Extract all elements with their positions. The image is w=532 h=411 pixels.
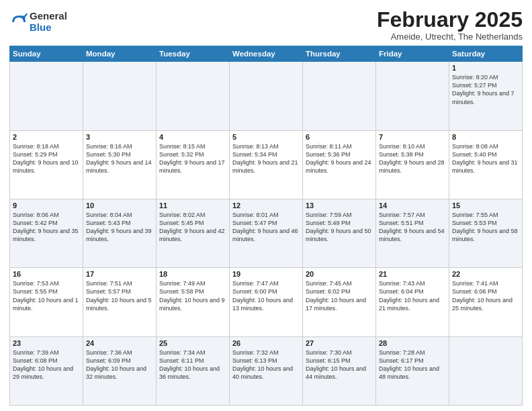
day-number: 7 [379, 133, 446, 141]
table-row [83, 62, 157, 130]
day-number: 12 [232, 201, 300, 210]
day-number: 8 [452, 133, 519, 141]
table-row: 28Sunrise: 7:28 AM Sunset: 6:17 PM Dayli… [376, 336, 449, 405]
table-row: 11Sunrise: 8:02 AM Sunset: 5:45 PM Dayli… [157, 199, 230, 267]
table-row: 23Sunrise: 7:39 AM Sunset: 6:08 PM Dayli… [10, 336, 83, 405]
table-row: 12Sunrise: 8:01 AM Sunset: 5:47 PM Dayli… [230, 199, 303, 267]
day-info: Sunrise: 8:08 AM Sunset: 5:40 PM Dayligh… [452, 142, 519, 175]
col-sunday: Sunday [10, 46, 83, 62]
table-row: 24Sunrise: 7:36 AM Sunset: 6:09 PM Dayli… [83, 336, 157, 405]
col-saturday: Saturday [449, 46, 523, 62]
calendar-week-row: 1Sunrise: 8:20 AM Sunset: 5:27 PM Daylig… [10, 62, 523, 130]
table-row: 5Sunrise: 8:13 AM Sunset: 5:34 PM Daylig… [230, 130, 303, 199]
day-number: 21 [379, 270, 446, 278]
table-row: 6Sunrise: 8:11 AM Sunset: 5:36 PM Daylig… [303, 130, 376, 199]
day-info: Sunrise: 7:36 AM Sunset: 6:09 PM Dayligh… [86, 349, 153, 381]
logo-text: General Blue [30, 11, 67, 33]
day-number: 5 [232, 133, 300, 141]
table-row [449, 336, 523, 405]
logo-icon [9, 13, 28, 32]
table-row: 18Sunrise: 7:49 AM Sunset: 5:58 PM Dayli… [157, 268, 230, 336]
day-info: Sunrise: 7:45 AM Sunset: 6:02 PM Dayligh… [306, 279, 373, 312]
day-info: Sunrise: 7:34 AM Sunset: 6:11 PM Dayligh… [159, 349, 226, 381]
table-row: 7Sunrise: 8:10 AM Sunset: 5:38 PM Daylig… [376, 130, 449, 199]
calendar-week-row: 9Sunrise: 8:06 AM Sunset: 5:42 PM Daylig… [10, 199, 523, 267]
day-info: Sunrise: 7:47 AM Sunset: 6:00 PM Dayligh… [232, 279, 300, 312]
table-row: 27Sunrise: 7:30 AM Sunset: 6:15 PM Dayli… [303, 336, 376, 405]
day-info: Sunrise: 7:51 AM Sunset: 5:57 PM Dayligh… [86, 279, 153, 312]
day-number: 17 [86, 270, 153, 278]
day-number: 3 [86, 133, 153, 141]
table-row: 17Sunrise: 7:51 AM Sunset: 5:57 PM Dayli… [83, 268, 157, 336]
day-info: Sunrise: 8:10 AM Sunset: 5:38 PM Dayligh… [379, 142, 446, 175]
table-row [157, 62, 230, 130]
day-info: Sunrise: 8:13 AM Sunset: 5:34 PM Dayligh… [232, 142, 300, 175]
day-number: 11 [159, 201, 226, 210]
calendar-week-row: 16Sunrise: 7:53 AM Sunset: 5:55 PM Dayli… [10, 268, 523, 336]
col-wednesday: Wednesday [230, 46, 303, 62]
day-number: 13 [306, 201, 373, 210]
day-info: Sunrise: 7:55 AM Sunset: 5:53 PM Dayligh… [452, 211, 519, 244]
day-info: Sunrise: 8:11 AM Sunset: 5:36 PM Dayligh… [306, 142, 373, 175]
calendar-week-row: 2Sunrise: 8:18 AM Sunset: 5:29 PM Daylig… [10, 130, 523, 199]
day-number: 27 [306, 339, 373, 347]
day-number: 24 [86, 339, 153, 347]
table-row: 26Sunrise: 7:32 AM Sunset: 6:13 PM Dayli… [230, 336, 303, 405]
day-info: Sunrise: 7:39 AM Sunset: 6:08 PM Dayligh… [13, 349, 80, 381]
calendar-header-row: Sunday Monday Tuesday Wednesday Thursday… [10, 46, 523, 62]
col-friday: Friday [376, 46, 449, 62]
location: Ameide, Utrecht, The Netherlands [377, 32, 523, 42]
logo-general-text: General [30, 11, 67, 22]
calendar-week-row: 23Sunrise: 7:39 AM Sunset: 6:08 PM Dayli… [10, 336, 523, 405]
logo: General Blue [9, 11, 67, 33]
day-info: Sunrise: 8:20 AM Sunset: 5:27 PM Dayligh… [452, 73, 519, 106]
table-row: 15Sunrise: 7:55 AM Sunset: 5:53 PM Dayli… [449, 199, 523, 267]
col-thursday: Thursday [303, 46, 376, 62]
table-row: 25Sunrise: 7:34 AM Sunset: 6:11 PM Dayli… [157, 336, 230, 405]
day-number: 2 [13, 133, 80, 141]
day-number: 15 [452, 201, 519, 210]
day-number: 9 [13, 201, 80, 210]
table-row: 10Sunrise: 8:04 AM Sunset: 5:43 PM Dayli… [83, 199, 157, 267]
table-row: 16Sunrise: 7:53 AM Sunset: 5:55 PM Dayli… [10, 268, 83, 336]
day-number: 19 [232, 270, 300, 278]
title-block: February 2025 Ameide, Utrecht, The Nethe… [377, 8, 523, 42]
month-title: February 2025 [377, 8, 523, 32]
day-number: 22 [452, 270, 519, 278]
table-row: 2Sunrise: 8:18 AM Sunset: 5:29 PM Daylig… [10, 130, 83, 199]
logo-blue-text: Blue [30, 22, 67, 34]
day-info: Sunrise: 7:32 AM Sunset: 6:13 PM Dayligh… [232, 349, 300, 381]
day-number: 25 [159, 339, 226, 347]
day-info: Sunrise: 8:06 AM Sunset: 5:42 PM Dayligh… [13, 211, 80, 244]
day-info: Sunrise: 8:02 AM Sunset: 5:45 PM Dayligh… [159, 211, 226, 244]
table-row: 22Sunrise: 7:41 AM Sunset: 6:06 PM Dayli… [449, 268, 523, 336]
table-row: 13Sunrise: 7:59 AM Sunset: 5:49 PM Dayli… [303, 199, 376, 267]
day-info: Sunrise: 8:16 AM Sunset: 5:30 PM Dayligh… [86, 142, 153, 175]
day-number: 1 [452, 64, 519, 72]
day-number: 16 [13, 270, 80, 278]
table-row: 14Sunrise: 7:57 AM Sunset: 5:51 PM Dayli… [376, 199, 449, 267]
table-row [303, 62, 376, 130]
day-info: Sunrise: 7:49 AM Sunset: 5:58 PM Dayligh… [159, 279, 226, 312]
table-row: 4Sunrise: 8:15 AM Sunset: 5:32 PM Daylig… [157, 130, 230, 199]
day-info: Sunrise: 7:43 AM Sunset: 6:04 PM Dayligh… [379, 279, 446, 312]
table-row: 21Sunrise: 7:43 AM Sunset: 6:04 PM Dayli… [376, 268, 449, 336]
day-info: Sunrise: 7:30 AM Sunset: 6:15 PM Dayligh… [306, 349, 373, 381]
table-row [230, 62, 303, 130]
col-tuesday: Tuesday [157, 46, 230, 62]
day-number: 23 [13, 339, 80, 347]
day-info: Sunrise: 7:53 AM Sunset: 5:55 PM Dayligh… [13, 279, 80, 312]
day-info: Sunrise: 8:04 AM Sunset: 5:43 PM Dayligh… [86, 211, 153, 244]
header: General Blue February 2025 Ameide, Utrec… [9, 8, 523, 42]
day-number: 18 [159, 270, 226, 278]
day-info: Sunrise: 8:15 AM Sunset: 5:32 PM Dayligh… [159, 142, 226, 175]
table-row: 3Sunrise: 8:16 AM Sunset: 5:30 PM Daylig… [83, 130, 157, 199]
table-row [10, 62, 83, 130]
day-info: Sunrise: 8:01 AM Sunset: 5:47 PM Dayligh… [232, 211, 300, 244]
day-number: 6 [306, 133, 373, 141]
day-info: Sunrise: 8:18 AM Sunset: 5:29 PM Dayligh… [13, 142, 80, 175]
day-number: 28 [379, 339, 446, 347]
day-info: Sunrise: 7:57 AM Sunset: 5:51 PM Dayligh… [379, 211, 446, 244]
day-number: 26 [232, 339, 300, 347]
day-number: 20 [306, 270, 373, 278]
